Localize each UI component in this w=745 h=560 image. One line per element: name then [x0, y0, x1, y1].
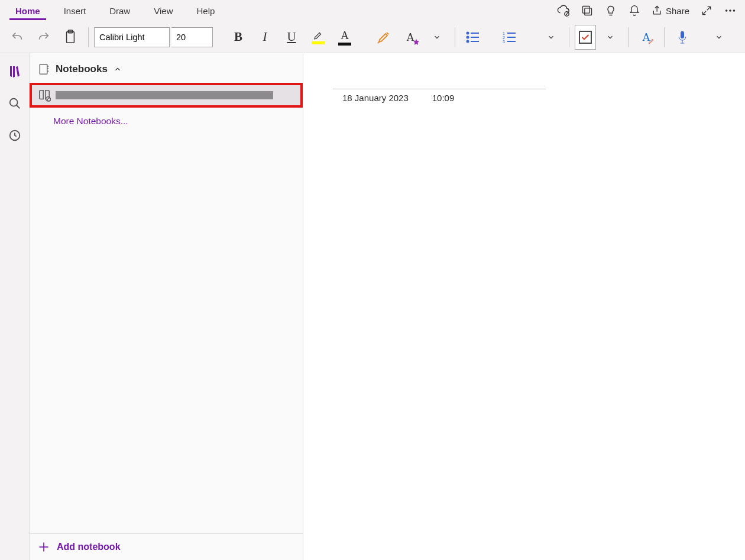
clear-formatting-button[interactable] [371, 25, 396, 50]
sync-status-icon[interactable] [557, 4, 570, 17]
italic-button[interactable]: I [252, 25, 277, 50]
tab-draw[interactable]: Draw [98, 2, 142, 20]
notebooks-header[interactable]: Notebooks [30, 53, 303, 83]
feed-icon[interactable] [581, 4, 594, 17]
svg-point-3 [725, 9, 728, 12]
lightbulb-icon[interactable] [604, 4, 617, 17]
tags-dropdown[interactable] [598, 25, 623, 50]
tab-insert[interactable]: Insert [52, 2, 98, 20]
more-notebooks-link[interactable]: More Notebooks... [30, 108, 303, 127]
styles-button[interactable]: A [398, 25, 423, 50]
undo-button[interactable] [5, 25, 30, 50]
separator [628, 27, 629, 47]
note-time: 10:09 [432, 93, 455, 103]
ribbon-toolbar: Calibri Light 20 B I U A A [0, 21, 745, 53]
font-color-button[interactable]: A [332, 25, 357, 50]
notebook-name-redacted [56, 91, 273, 99]
note-date-line: 18 January 2023 10:09 [333, 89, 546, 103]
note-date: 18 January 2023 [342, 93, 409, 103]
bell-icon[interactable] [628, 4, 641, 17]
rail-notebooks[interactable] [7, 64, 22, 79]
svg-text:2: 2 [503, 35, 505, 40]
tab-view[interactable]: View [142, 2, 184, 20]
paragraph-dropdown[interactable] [539, 25, 563, 50]
separator [455, 27, 455, 47]
numbered-list-button[interactable]: 1 2 3 [497, 25, 522, 50]
chevron-up-icon [114, 65, 122, 73]
notebooks-panel: Notebooks More Notebooks... Add notebook [30, 53, 303, 560]
body-area: Notebooks More Notebooks... Add notebook… [0, 53, 745, 560]
add-notebook-label: Add notebook [57, 542, 121, 552]
share-label: Share [666, 6, 689, 16]
highlight-color-swatch [312, 41, 325, 44]
notebook-icon [38, 63, 50, 76]
bold-button[interactable]: B [226, 25, 251, 50]
svg-rect-2 [585, 8, 592, 15]
underline-button[interactable]: U [279, 25, 304, 50]
svg-point-4 [729, 9, 731, 12]
font-color-swatch [338, 43, 351, 46]
ink-button[interactable]: A [634, 25, 659, 50]
more-formatting-dropdown[interactable] [425, 25, 449, 50]
svg-rect-26 [40, 64, 47, 75]
svg-point-5 [733, 9, 736, 12]
todo-tag-button[interactable] [575, 25, 596, 50]
plus-icon [38, 541, 50, 553]
navigation-rail [0, 53, 30, 560]
svg-line-24 [16, 105, 20, 109]
svg-rect-20 [681, 31, 684, 38]
header-actions: Share [557, 4, 741, 17]
voice-dropdown[interactable] [707, 25, 731, 50]
share-button[interactable]: Share [652, 5, 689, 17]
redo-button[interactable] [31, 25, 56, 50]
separator [569, 27, 569, 47]
svg-rect-6 [67, 31, 74, 42]
clipboard-button[interactable] [58, 25, 83, 50]
svg-text:3: 3 [503, 40, 505, 43]
svg-point-8 [467, 32, 469, 34]
svg-point-23 [9, 99, 17, 106]
rail-search[interactable] [7, 96, 22, 111]
tab-home[interactable]: Home [4, 2, 52, 20]
tab-help[interactable]: Help [184, 2, 226, 20]
more-icon[interactable] [724, 4, 737, 17]
dictate-button[interactable] [670, 25, 695, 50]
svg-point-10 [467, 36, 469, 38]
highlight-button[interactable] [306, 25, 331, 50]
font-size-input[interactable]: 20 [171, 27, 213, 47]
svg-text:1: 1 [503, 31, 505, 35]
tabs-group: Home Insert Draw View Help [4, 2, 226, 20]
note-canvas[interactable]: 18 January 2023 10:09 [303, 53, 745, 560]
font-name-input[interactable]: Calibri Light [94, 27, 170, 47]
svg-rect-1 [582, 7, 589, 14]
add-notebook-button[interactable]: Add notebook [30, 533, 303, 560]
checkbox-icon [579, 31, 592, 44]
svg-point-12 [467, 40, 469, 42]
open-book-icon [38, 89, 51, 102]
rail-recent[interactable] [7, 128, 22, 143]
notebook-item-selected[interactable] [30, 83, 303, 108]
separator [664, 27, 665, 47]
fullscreen-icon[interactable] [700, 4, 713, 17]
bullet-list-button[interactable] [461, 25, 485, 50]
notebooks-title: Notebooks [56, 63, 108, 75]
separator [88, 27, 89, 47]
top-menu-bar: Home Insert Draw View Help [0, 0, 745, 21]
